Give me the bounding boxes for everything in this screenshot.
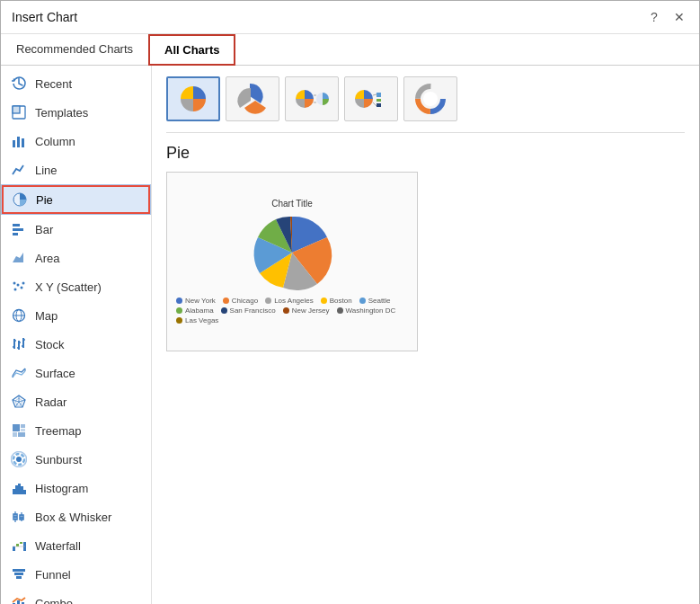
- histogram-icon: [10, 479, 28, 497]
- svg-point-12: [21, 287, 23, 289]
- svg-rect-46: [23, 490, 26, 494]
- chart-preview-box: Chart Title New York: [166, 172, 418, 351]
- sidebar-item-radar-label: Radar: [35, 395, 66, 409]
- svg-line-74: [373, 102, 377, 106]
- sidebar-item-scatter-label: X Y (Scatter): [35, 280, 102, 294]
- sidebar-item-combo-label: Combo: [35, 597, 73, 605]
- sidebar-item-map[interactable]: Map: [1, 301, 151, 330]
- radar-icon: [10, 393, 28, 411]
- svg-rect-38: [18, 432, 25, 437]
- map-icon: [10, 306, 28, 324]
- help-icon[interactable]: ?: [645, 8, 663, 26]
- svg-rect-3: [17, 137, 20, 147]
- sidebar-item-templates[interactable]: Templates: [1, 98, 151, 127]
- svg-rect-2: [13, 140, 15, 147]
- line-icon: [10, 161, 28, 179]
- pie-chart-svg: [238, 212, 346, 293]
- svg-rect-58: [13, 569, 25, 572]
- svg-rect-44: [18, 484, 21, 494]
- svg-line-73: [373, 94, 377, 95]
- svg-rect-70: [377, 93, 381, 97]
- sidebar-item-scatter[interactable]: X Y (Scatter): [1, 272, 151, 301]
- svg-point-39: [16, 457, 22, 462]
- sidebar-item-boxwhisker[interactable]: Box & Whisker: [1, 502, 151, 531]
- chart-thumb-pie2[interactable]: [226, 76, 279, 121]
- legend-item-seattle: Seattle: [359, 297, 391, 305]
- sunburst-icon: [10, 450, 28, 468]
- legend-item-boston: Boston: [321, 297, 352, 305]
- sidebar-item-map-label: Map: [35, 309, 58, 323]
- svg-point-78: [423, 92, 438, 106]
- sidebar-item-area[interactable]: Area: [1, 244, 151, 272]
- sidebar-item-templates-label: Templates: [35, 106, 88, 120]
- svg-rect-72: [377, 103, 381, 107]
- chart-section-title: Pie: [166, 144, 685, 163]
- tab-all-charts[interactable]: All Charts: [148, 34, 235, 66]
- legend-item-sanfrancisco: San Francisco: [221, 306, 276, 315]
- sidebar-item-surface-label: Surface: [35, 367, 75, 380]
- sidebar-item-treemap-label: Treemap: [35, 424, 82, 438]
- legend-item-newyork: New York: [176, 297, 216, 305]
- recent-icon: [10, 75, 28, 93]
- svg-rect-59: [14, 573, 23, 575]
- sidebar-item-line[interactable]: Line: [1, 155, 151, 184]
- legend-item-washingtondc: Washington DC: [337, 306, 396, 315]
- chart-thumb-donut[interactable]: [403, 76, 457, 121]
- svg-point-10: [14, 289, 17, 291]
- svg-rect-6: [13, 224, 20, 226]
- boxwhisker-icon: [10, 508, 28, 526]
- svg-rect-7: [13, 228, 23, 231]
- sidebar-item-sunburst[interactable]: Sunburst: [1, 445, 151, 474]
- sidebar-item-surface[interactable]: Surface: [1, 359, 151, 387]
- chart-thumb-pie3[interactable]: [285, 76, 339, 121]
- svg-rect-36: [21, 429, 25, 431]
- sidebar-item-column-label: Column: [35, 135, 75, 148]
- sidebar-item-combo[interactable]: Combo: [1, 589, 151, 604]
- dialog-titlebar: Insert Chart ? ✕: [1, 1, 699, 34]
- sidebar-item-funnel[interactable]: Funnel: [1, 560, 151, 589]
- sidebar-item-bar[interactable]: Bar: [1, 215, 151, 244]
- dialog-title: Insert Chart: [12, 10, 77, 24]
- sidebar-item-pie-label: Pie: [36, 193, 53, 207]
- svg-rect-1: [13, 106, 20, 113]
- svg-rect-62: [17, 600, 20, 604]
- content-area: Pie Chart Title: [152, 66, 699, 604]
- sidebar-item-waterfall-label: Waterfall: [35, 539, 81, 553]
- sidebar-item-recent[interactable]: Recent: [1, 69, 151, 98]
- scatter-icon: [10, 278, 28, 296]
- sidebar-item-funnel-label: Funnel: [35, 568, 71, 582]
- stock-icon: [10, 335, 28, 353]
- sidebar-item-treemap[interactable]: Treemap: [1, 416, 151, 445]
- funnel-icon: [10, 565, 28, 583]
- chart-thumb-pie1[interactable]: [166, 76, 220, 121]
- svg-rect-54: [16, 544, 19, 546]
- tab-bar: Recommended Charts All Charts: [1, 34, 699, 66]
- tab-recommended[interactable]: Recommended Charts: [1, 34, 148, 66]
- sidebar-item-pie[interactable]: Pie: [1, 184, 151, 215]
- legend-item-alabama: Alabama: [176, 306, 214, 315]
- insert-chart-dialog: Insert Chart ? ✕ Recommended Charts All …: [0, 0, 700, 604]
- svg-rect-55: [20, 542, 22, 544]
- close-icon[interactable]: ✕: [670, 8, 688, 26]
- sidebar-item-radar[interactable]: Radar: [1, 387, 151, 416]
- svg-rect-42: [13, 489, 15, 494]
- sidebar-item-column[interactable]: Column: [1, 127, 151, 155]
- legend-item-losangeles: Los Angeles: [265, 297, 314, 305]
- sidebar-item-bar-label: Bar: [35, 223, 53, 236]
- area-icon: [10, 249, 28, 267]
- sidebar-item-stock[interactable]: Stock: [1, 330, 151, 359]
- svg-point-14: [13, 282, 16, 285]
- chart-thumb-pie4[interactable]: [344, 76, 398, 121]
- sidebar-item-waterfall[interactable]: Waterfall: [1, 531, 151, 560]
- sidebar-item-recent-label: Recent: [35, 77, 72, 91]
- column-icon: [10, 132, 28, 150]
- svg-marker-9: [13, 253, 23, 262]
- sidebar-item-stock-label: Stock: [35, 338, 65, 351]
- sidebar-item-histogram[interactable]: Histogram: [1, 474, 151, 502]
- svg-rect-53: [13, 546, 15, 551]
- templates-icon: [10, 103, 28, 121]
- svg-point-11: [17, 284, 20, 287]
- chart-preview-title: Chart Title: [271, 199, 313, 209]
- waterfall-icon: [10, 537, 28, 555]
- titlebar-icons: ? ✕: [645, 8, 688, 26]
